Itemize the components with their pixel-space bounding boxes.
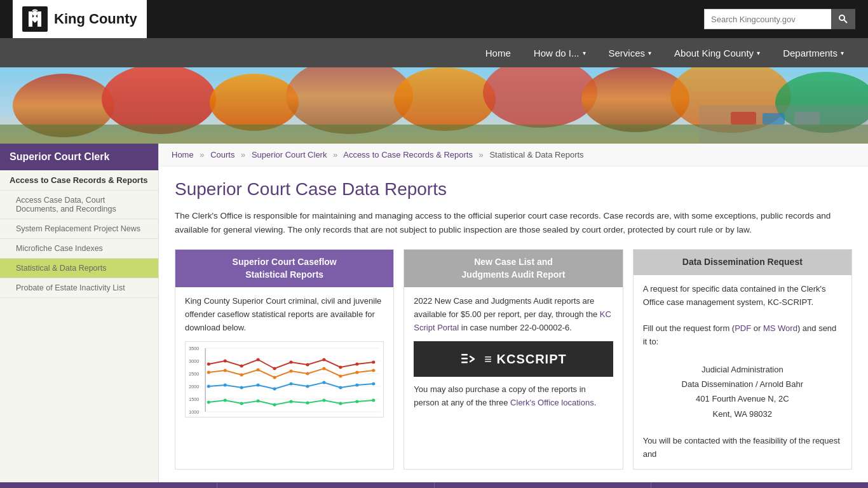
breadcrumb-home[interactable]: Home [172,150,194,159]
breadcrumb-access[interactable]: Access to Case Records & Reports [343,150,473,159]
breadcrumb-clerk[interactable]: Superior Court Clerk [252,150,327,159]
svg-point-45 [240,373,243,376]
clerks-office-locations-link[interactable]: Clerk's Office locations [510,398,594,407]
sidebar-item-access-records[interactable]: Access to Case Records & Reports [0,170,158,191]
search-area [704,9,855,29]
svg-point-37 [289,360,292,363]
pdf-link[interactable]: PDF [735,323,751,333]
nav-services[interactable]: Services ▾ [597,38,663,67]
svg-point-63 [355,383,358,386]
logo-area: King County [13,0,147,38]
svg-point-53 [372,369,375,372]
nav-about[interactable]: About King County ▾ [663,38,771,67]
sidebar: Superior Court Clerk Access to Case Reco… [0,144,159,482]
cards-row: Superior Court CaseflowStatistical Repor… [175,249,852,469]
card-dissemination-header: Data Dissemination Request [634,250,851,275]
svg-rect-15 [699,105,868,144]
chart-container: 3500 3000 2500 2000 1500 1000 [185,341,384,417]
breadcrumb-sep-4: » [479,150,484,159]
kcscript-text: ≡ KCSCRIPT [484,349,566,369]
svg-text:2000: 2000 [189,384,199,390]
logo-text: King County [54,11,137,27]
svg-point-64 [372,382,375,385]
svg-point-7 [210,74,299,131]
svg-text:1500: 1500 [189,397,199,402]
svg-point-70 [289,400,292,403]
svg-point-51 [339,374,342,377]
svg-point-68 [257,399,260,402]
msword-link[interactable]: MS Word [763,323,797,333]
sidebar-item-access-data[interactable]: Access Case Data, Court Documents, and R… [0,191,158,219]
svg-point-9 [394,67,496,131]
svg-rect-78 [461,358,468,360]
search-input[interactable] [704,9,831,29]
svg-point-34 [240,364,243,367]
footer-info[interactable]: Information for... [0,482,217,488]
page-content: Superior Court Case Data Reports The Cle… [159,166,868,482]
svg-point-41 [355,362,358,365]
svg-rect-17 [763,113,785,125]
sidebar-item-probate[interactable]: Probate of Estate Inactivity List [0,278,158,298]
breadcrumb-current: Statistical & Data Reports [489,150,583,159]
svg-rect-77 [461,354,468,356]
svg-point-67 [240,402,243,405]
svg-text:2500: 2500 [189,372,199,377]
svg-point-55 [224,383,227,386]
svg-line-3 [844,20,847,23]
kcscript-portal-link[interactable]: KC Script Portal [414,309,611,332]
svg-point-57 [257,383,260,386]
svg-point-40 [339,365,342,369]
svg-point-6 [102,67,216,134]
svg-rect-79 [461,362,468,363]
sidebar-item-system-replacement[interactable]: System Replacement Project News [0,219,158,239]
svg-point-66 [224,398,227,402]
main-layout: Superior Court Clerk Access to Case Reco… [0,144,868,482]
sidebar-item-microfiche[interactable]: Microfiche Case Indexes [0,239,158,259]
card-dissemination-body: A request for specific data contained in… [634,275,851,469]
svg-text:3500: 3500 [189,346,199,351]
svg-point-46 [257,368,260,371]
nav-home[interactable]: Home [474,38,522,67]
footer-espanol[interactable]: Español [651,482,868,488]
card-caseflow-header: Superior Court CaseflowStatistical Repor… [175,250,393,287]
footer-online[interactable]: Do more online [217,482,435,488]
svg-point-32 [207,362,210,365]
kcscript-logo: ≡ KCSCRIPT [414,341,613,377]
breadcrumb-courts[interactable]: Courts [210,150,234,159]
svg-point-54 [207,384,210,388]
svg-point-72 [322,398,325,402]
svg-point-44 [224,369,227,372]
svg-point-2 [839,15,844,20]
svg-point-38 [306,363,309,366]
svg-point-52 [355,370,358,374]
svg-point-39 [322,358,325,361]
nav-departments[interactable]: Departments ▾ [771,38,855,67]
svg-point-36 [273,367,276,370]
sidebar-item-statistical[interactable]: Statistical & Data Reports [0,259,158,278]
svg-point-56 [240,386,243,389]
footer-help[interactable]: Get help [435,482,652,488]
svg-point-42 [372,360,375,363]
svg-point-49 [306,372,309,375]
content-area: Home » Courts » Superior Court Clerk » A… [159,144,868,482]
search-button[interactable] [831,9,855,29]
footer: Information for... Do more online Get he… [0,482,868,488]
svg-point-61 [322,381,325,384]
svg-point-58 [273,387,276,390]
svg-point-43 [207,370,210,374]
card-newcase: New Case List andJudgments Audit Report … [403,249,623,469]
breadcrumb-sep-1: » [200,150,204,159]
svg-point-62 [339,386,342,389]
svg-text:3000: 3000 [189,359,199,364]
breadcrumb-sep-3: » [333,150,337,159]
breadcrumb-sep-2: » [241,150,245,159]
svg-point-73 [339,402,342,405]
hero-image [0,67,868,144]
svg-point-74 [355,400,358,403]
nav-howdoi[interactable]: How do I... ▾ [522,38,597,67]
king-county-icon [22,6,48,32]
svg-point-50 [322,367,325,370]
svg-point-75 [372,398,375,402]
card-caseflow: Superior Court CaseflowStatistical Repor… [175,249,394,469]
svg-point-65 [207,400,210,403]
